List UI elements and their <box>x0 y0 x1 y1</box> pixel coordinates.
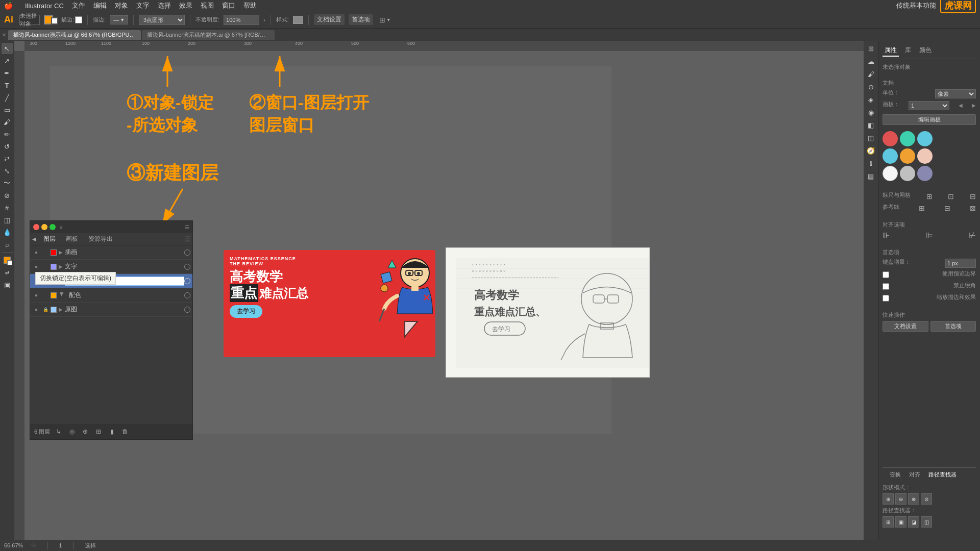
layers-options-icon[interactable]: ☰ <box>185 224 189 230</box>
tab-2[interactable]: 插边风-banner演示稿的副本.ai @ 67% [RGB/GPU 预览] <box>142 30 275 40</box>
swatch-red[interactable] <box>883 131 898 146</box>
layer-row-1[interactable]: ● ▶ 插画 <box>30 245 192 260</box>
menu-file[interactable]: 文件 <box>72 1 85 10</box>
layer-3-lock[interactable] <box>41 277 50 285</box>
layer-5-target[interactable] <box>184 307 190 313</box>
direct-selection-tool[interactable]: ↗ <box>2 55 13 66</box>
layer-3-visibility[interactable]: ● <box>32 277 40 285</box>
swatch-cyan[interactable] <box>883 148 898 164</box>
unit-select[interactable]: 像素 <box>935 89 976 98</box>
menu-illustrator[interactable]: Illustrator CC <box>25 2 64 10</box>
layer-row-3[interactable]: ● ▶ <box>30 274 192 288</box>
round-corners-checkbox[interactable] <box>883 283 889 290</box>
artboard-prev-icon[interactable]: ◀ <box>959 103 963 108</box>
menu-view[interactable]: 视图 <box>201 1 214 10</box>
quick-preferences-btn[interactable]: 首选项 <box>930 321 976 332</box>
stroke-width-control[interactable]: — ▼ <box>110 15 128 24</box>
swatch-peach[interactable] <box>917 148 933 164</box>
info-icon[interactable]: ℹ <box>865 158 876 169</box>
layer-3-name-input[interactable] <box>65 277 184 286</box>
guides-add-icon[interactable]: ⊞ <box>919 204 925 212</box>
pathfinder-tab[interactable]: 路径查找器 <box>925 470 960 480</box>
zoom-level[interactable]: 66.67% <box>4 542 23 548</box>
swatch-white[interactable] <box>883 166 898 181</box>
shape-mode-intersect[interactable]: ⊗ <box>908 493 919 505</box>
layer-row-4[interactable]: ● ▶ 配色 <box>30 288 192 303</box>
tab-close-all[interactable]: ✕ <box>2 32 6 38</box>
scale-tool[interactable]: ⤡ <box>2 165 13 177</box>
fill-color-tool[interactable] <box>2 255 13 266</box>
pf-merge-btn[interactable]: ◪ <box>908 516 919 528</box>
layers-menu-icon[interactable]: ☰ <box>185 236 190 243</box>
layers-locate-btn[interactable]: ◎ <box>67 427 77 436</box>
grid-lines-icon[interactable]: ⊟ <box>970 192 976 201</box>
menu-edit[interactable]: 编辑 <box>93 1 107 10</box>
quick-doc-settings-btn[interactable]: 文档设置 <box>883 321 928 332</box>
fill-stroke-control[interactable]: 描边: <box>44 15 82 24</box>
artboard-select[interactable]: 1 <box>909 101 949 110</box>
layers-tab-export[interactable]: 资源导出 <box>85 234 116 244</box>
cc-libraries-icon[interactable]: ☁ <box>865 56 876 67</box>
rect-tool[interactable]: ▭ <box>2 104 13 115</box>
layer-1-target[interactable] <box>184 249 190 256</box>
layer-row-2[interactable]: ● ▶ 文字 <box>30 260 192 274</box>
layer-2-lock[interactable] <box>41 263 50 271</box>
swatch-gray[interactable] <box>900 166 915 181</box>
symbols-icon[interactable]: ⊙ <box>865 81 876 92</box>
layer-1-lock[interactable] <box>41 248 50 257</box>
guides-remove-icon[interactable]: ⊟ <box>944 204 950 212</box>
navigator-icon[interactable]: 🧭 <box>865 145 876 156</box>
type-tool[interactable]: T <box>2 80 13 91</box>
swatch-orange[interactable] <box>900 148 915 164</box>
graphic-styles-icon[interactable]: ◈ <box>865 94 876 105</box>
menu-window[interactable]: 窗口 <box>222 1 235 10</box>
menu-select[interactable]: 选择 <box>158 1 171 10</box>
guides-clear-icon[interactable]: ⊠ <box>970 204 976 212</box>
layers-new-sublayer-btn[interactable]: ⊕ <box>81 427 90 436</box>
grid-dots-icon[interactable]: ⊡ <box>948 192 954 201</box>
layer-1-expand[interactable]: ▶ <box>59 249 65 255</box>
mesh-tool[interactable]: # <box>2 202 13 213</box>
preferences-btn[interactable]: 首选项 <box>349 14 373 25</box>
align-right-icon[interactable]: ⊬ <box>969 231 976 240</box>
swatch-purple[interactable] <box>917 166 933 181</box>
artboard-next-icon[interactable]: ▶ <box>972 103 976 108</box>
layer-row-5[interactable]: ● 🔒 ▶ 原图 <box>30 303 192 317</box>
layers-max-btn[interactable] <box>50 224 56 230</box>
layer-4-visibility[interactable]: ● <box>32 291 40 299</box>
style-swatch[interactable] <box>293 16 303 24</box>
menu-help[interactable]: 帮助 <box>243 1 257 10</box>
reflect-tool[interactable]: ⇄ <box>2 153 13 164</box>
transform-tab[interactable]: 变换 <box>887 470 904 480</box>
selection-tool[interactable]: ↖ <box>2 43 13 54</box>
layer-5-expand[interactable]: ▶ <box>59 307 65 312</box>
layers-min-btn[interactable] <box>41 224 47 230</box>
swatch-teal[interactable] <box>900 131 915 146</box>
menu-effect[interactable]: 效果 <box>179 1 192 10</box>
brush-icon[interactable]: 🖌 <box>865 68 876 80</box>
shape-mode-minus[interactable]: ⊖ <box>895 493 906 505</box>
arrange-controls[interactable]: ⊞ ▼ <box>379 16 391 24</box>
anti-alias-checkbox[interactable] <box>883 295 889 302</box>
shape-mode-exclude[interactable]: ⊘ <box>921 493 932 505</box>
layer-4-target[interactable] <box>184 292 190 298</box>
gradient-panel-icon[interactable]: ◧ <box>865 119 876 131</box>
banner-learn-btn[interactable]: 去学习 <box>230 305 262 318</box>
workspace-selector[interactable]: 传统基本功能 <box>896 1 936 10</box>
layers-raster-btn[interactable]: ▮ <box>107 427 116 436</box>
pf-crop-btn[interactable]: ◫ <box>921 516 932 528</box>
layers-make-clipping-btn[interactable]: ↳ <box>54 427 63 436</box>
align-center-h-icon[interactable]: ⊫ <box>926 231 933 240</box>
layer-2-visibility[interactable]: ● <box>32 263 40 271</box>
gradient-tool[interactable]: ◫ <box>2 214 13 226</box>
align-left-icon[interactable]: ⊪ <box>883 231 890 240</box>
shape-selector[interactable]: 3点圆形 <box>139 15 185 25</box>
layer-2-expand[interactable]: ▶ <box>59 264 65 269</box>
layers-close-btn[interactable] <box>33 224 39 230</box>
layers-toggle-icon[interactable]: ◀ <box>32 236 36 242</box>
opacity-input[interactable] <box>224 15 259 25</box>
swap-colors-icon[interactable]: ⇄ <box>2 267 13 278</box>
line-tool[interactable]: ╱ <box>2 92 13 103</box>
layer-4-lock[interactable] <box>41 291 50 299</box>
grid-options-icon[interactable]: ⊞ <box>926 192 933 201</box>
